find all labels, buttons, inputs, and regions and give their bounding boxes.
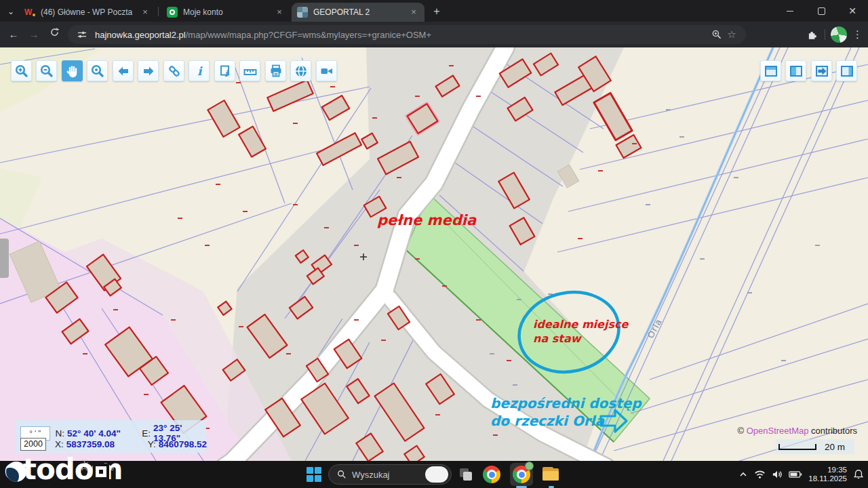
- bookmark-star-icon[interactable]: ☆: [724, 27, 739, 42]
- wp-favicon: W: [24, 7, 35, 18]
- tab-moje-konto[interactable]: Moje konto ×: [161, 3, 290, 22]
- folder-icon: [542, 467, 560, 482]
- volume-icon[interactable]: [772, 470, 783, 479]
- site-controls-icon[interactable]: [75, 27, 90, 42]
- otodom-logo-mark: [6, 462, 26, 482]
- wifi-icon[interactable]: [754, 470, 766, 479]
- konto-favicon: [167, 7, 178, 18]
- browser-toolbar: ← → hajnowka.geoportal2.pl/map/www/mapa.…: [0, 22, 868, 47]
- y-label: Y:: [148, 439, 156, 449]
- osm-attribution: © OpenStreetMap contributors: [737, 426, 857, 436]
- annotation-access-2: do rzeczki Orla: [490, 413, 605, 429]
- url-host: hajnowka.geoportal2.pl: [95, 30, 186, 40]
- x-value: 5837359.08: [66, 439, 136, 449]
- back-icon[interactable]: ←: [5, 26, 22, 43]
- taskbar-search[interactable]: Wyszukaj: [328, 464, 452, 485]
- measure-button[interactable]: [239, 60, 260, 81]
- collapse-right-button[interactable]: [811, 60, 832, 81]
- n-label: N:: [56, 428, 65, 439]
- extensions-puzzle-icon[interactable]: [804, 27, 819, 42]
- right-panel-button[interactable]: [836, 60, 857, 81]
- link-button[interactable]: [163, 60, 184, 81]
- otodom-square-o: [93, 464, 109, 480]
- map-canvas[interactable]: Orla pełne media idealne miejsce na staw…: [0, 47, 868, 461]
- explorer-taskbar-icon[interactable]: [540, 463, 563, 486]
- toolbar-divider: [825, 29, 825, 40]
- y-value: 8460798.52: [159, 439, 207, 449]
- chrome-badge: [525, 462, 534, 470]
- x-label: X:: [55, 439, 64, 449]
- search-highlight-cap: [425, 466, 448, 483]
- annotation-pond-2: na staw: [533, 332, 583, 345]
- taskbar-clock[interactable]: 19:35 18.11.2025: [808, 466, 847, 483]
- pan-button[interactable]: [62, 60, 83, 81]
- browser-titlebar: ⌄ W (46) Główne - WP Poczta × Moje konto…: [0, 0, 868, 22]
- task-view-button[interactable]: [458, 467, 473, 482]
- history-forward-button[interactable]: [138, 60, 159, 81]
- zoom-in-button[interactable]: [11, 60, 32, 81]
- profile-avatar[interactable]: [831, 26, 847, 43]
- tab-title: (46) Główne - WP Poczta: [41, 7, 136, 17]
- window-controls: ✕: [774, 0, 868, 22]
- chrome-active-taskbar-icon[interactable]: [510, 463, 533, 486]
- chrome-icon: [483, 466, 500, 483]
- print-button[interactable]: [265, 60, 286, 81]
- tab-title: GEOPORTAL 2: [313, 7, 404, 17]
- reload-icon[interactable]: [46, 26, 62, 43]
- tab-divider: [158, 7, 159, 16]
- search-icon: [337, 470, 347, 479]
- chrome-taskbar-icon[interactable]: [480, 463, 503, 486]
- address-bar[interactable]: hajnowka.geoportal2.pl/map/www/mapa.php?…: [68, 25, 746, 44]
- left-panel-button[interactable]: [785, 60, 806, 81]
- screen: ⌄ W (46) Główne - WP Poczta × Moje konto…: [0, 0, 868, 488]
- url-text: hajnowka.geoportal2.pl/map/www/mapa.php?…: [95, 30, 709, 40]
- tab-close-icon[interactable]: ×: [274, 7, 285, 18]
- search-placeholder: Wyszukaj: [352, 470, 420, 480]
- tab-geoportal[interactable]: GEOPORTAL 2 ×: [292, 3, 425, 22]
- scale-bar: 20 m: [776, 439, 854, 454]
- scale-bar-label: 20 m: [825, 442, 845, 452]
- clock-time: 19:35: [808, 466, 847, 474]
- coordinates-panel: ° ' " N: 52° 40' 4.04" E: 23° 25' 13.76"…: [15, 420, 206, 453]
- zoom-page-icon[interactable]: [709, 27, 724, 42]
- n-value: 52° 40' 4.04": [67, 428, 130, 439]
- svg-text:i: i: [197, 64, 203, 78]
- windows-taskbar: Wyszukaj 19:35 18.11.2025: [0, 461, 868, 488]
- minimize-button[interactable]: [774, 0, 806, 22]
- side-panel-handle[interactable]: [0, 239, 9, 278]
- battery-icon[interactable]: [789, 470, 802, 479]
- close-button[interactable]: ✕: [837, 0, 868, 22]
- globe-button[interactable]: [290, 60, 311, 81]
- clock-date: 18.11.2025: [808, 474, 847, 483]
- map-viewport[interactable]: Orla pełne media idealne miejsce na staw…: [0, 47, 868, 461]
- annotation-pond-1: idealne miejsce: [533, 318, 629, 331]
- info-button[interactable]: i: [189, 60, 210, 81]
- stream-button[interactable]: [316, 60, 337, 81]
- top-panel-button[interactable]: [760, 60, 781, 81]
- scale-bar-line: [778, 444, 816, 450]
- tab-close-icon[interactable]: ×: [408, 7, 419, 18]
- tray-chevron-icon[interactable]: [738, 470, 748, 479]
- notification-bell-icon[interactable]: [853, 469, 864, 480]
- start-button[interactable]: [307, 467, 321, 482]
- forward-icon[interactable]: →: [26, 26, 42, 43]
- tab-wp-poczta[interactable]: W (46) Główne - WP Poczta ×: [19, 3, 156, 22]
- annotation-access-1: bezpośredni dostęp: [490, 395, 642, 411]
- scale-input[interactable]: 2000: [20, 438, 46, 451]
- history-back-button[interactable]: [113, 60, 134, 81]
- tab-title: Moje konto: [183, 7, 270, 17]
- tab-search-icon[interactable]: ⌄: [4, 5, 18, 18]
- new-tab-button[interactable]: +: [430, 5, 443, 18]
- url-path: /map/www/mapa.php?CFGF=wms&mylayers=+gra…: [186, 30, 431, 40]
- geoportal-favicon: [297, 7, 308, 18]
- osm-link[interactable]: OpenStreetMap: [747, 426, 809, 436]
- otodom-watermark: otodom: [4, 453, 122, 486]
- tab-close-icon[interactable]: ×: [140, 7, 151, 18]
- maximize-button[interactable]: [806, 0, 837, 22]
- zoom-out-button[interactable]: [36, 60, 57, 81]
- identify-button[interactable]: i: [214, 60, 235, 81]
- annotation-pelne-media: pełne media: [377, 212, 477, 228]
- browser-menu-icon[interactable]: ⋮: [852, 28, 863, 41]
- e-label: E:: [142, 428, 151, 439]
- zoom-scale-button[interactable]: [87, 60, 108, 81]
